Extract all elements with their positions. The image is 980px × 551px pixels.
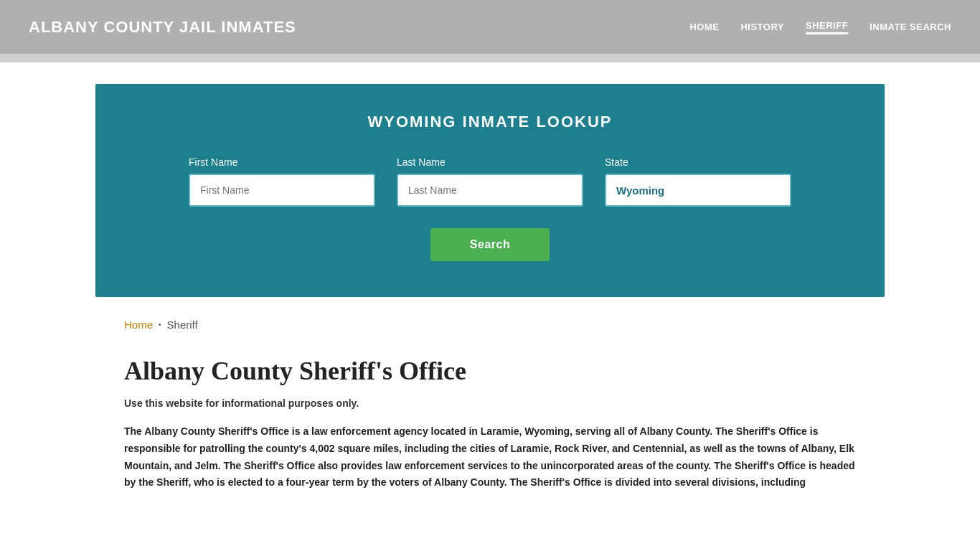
site-title: ALBANY COUNTY JAIL INMATES	[29, 18, 296, 37]
disclaimer-text: Use this website for informational purpo…	[124, 397, 856, 409]
description-text: The Albany County Sheriff's Office is a …	[124, 423, 856, 491]
search-panel: WYOMING INMATE LOOKUP First Name Last Na…	[95, 84, 885, 297]
last-name-input[interactable]	[397, 174, 583, 207]
state-group: State	[605, 156, 791, 207]
state-input[interactable]	[605, 174, 791, 207]
first-name-group: First Name	[189, 156, 375, 207]
site-header: ALBANY COUNTY JAIL INMATES HOME HISTORY …	[0, 0, 980, 54]
nav-sheriff[interactable]: SHERIFF	[806, 20, 848, 34]
first-name-label: First Name	[189, 156, 375, 168]
search-fields: First Name Last Name State	[110, 156, 870, 207]
main-nav: HOME HISTORY SHERIFF INMATE SEARCH	[689, 20, 951, 34]
search-panel-title: WYOMING INMATE LOOKUP	[367, 113, 612, 131]
search-button[interactable]: Search	[430, 228, 550, 261]
breadcrumb: Home • Sheriff	[124, 319, 856, 331]
page-title: Albany County Sheriff's Office	[124, 356, 856, 386]
state-label: State	[605, 156, 791, 168]
nav-history[interactable]: HISTORY	[740, 22, 784, 32]
breadcrumb-separator: •	[159, 321, 161, 329]
nav-home[interactable]: HOME	[689, 22, 719, 32]
main-content: Home • Sheriff Albany County Sheriff's O…	[95, 319, 885, 520]
last-name-label: Last Name	[397, 156, 583, 168]
breadcrumb-home[interactable]: Home	[124, 319, 153, 331]
last-name-group: Last Name	[397, 156, 583, 207]
nav-inmate-search[interactable]: INMATE SEARCH	[870, 22, 951, 32]
breadcrumb-current: Sheriff	[167, 319, 198, 331]
sub-header-bar	[0, 54, 980, 62]
first-name-input[interactable]	[189, 174, 375, 207]
